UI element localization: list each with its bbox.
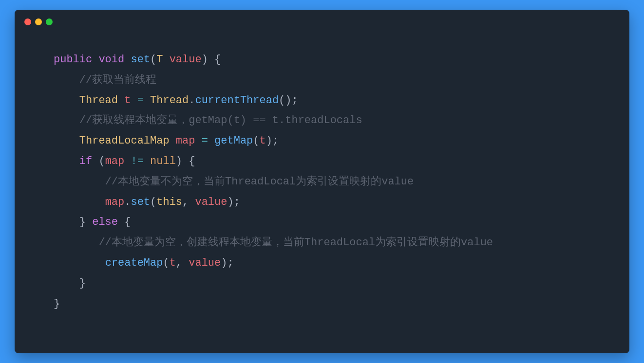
dot: . bbox=[124, 196, 131, 208]
method-createMap: createMap bbox=[105, 257, 163, 269]
method-getMap: getMap bbox=[214, 135, 253, 147]
open-paren: ( bbox=[163, 257, 169, 269]
var-value: value bbox=[195, 196, 227, 208]
var-t: t bbox=[170, 257, 176, 269]
maximize-icon[interactable] bbox=[46, 18, 53, 25]
close-paren-brace: ) { bbox=[202, 54, 221, 66]
keyword-null: null bbox=[150, 155, 176, 167]
type-Thread: Thread bbox=[79, 94, 118, 107]
comment-line: //本地变量不为空，当前ThreadLocal为索引设置映射的value bbox=[105, 176, 414, 188]
var-map: map bbox=[105, 155, 125, 167]
code-window: public void set(T value) { //获取当前线程 Thre… bbox=[15, 10, 629, 353]
window-titlebar bbox=[15, 10, 629, 25]
comment-line: //获取当前线程 bbox=[79, 74, 156, 86]
open-paren: ( bbox=[150, 54, 156, 66]
open-brace: { bbox=[118, 216, 131, 228]
comma: , bbox=[176, 257, 189, 269]
var-t: t bbox=[124, 94, 131, 107]
comma: , bbox=[182, 196, 195, 208]
method-set: set bbox=[131, 196, 150, 208]
code-block: public void set(T value) { //获取当前线程 Thre… bbox=[15, 25, 629, 333]
keyword-public: public bbox=[54, 54, 92, 66]
keyword-else: else bbox=[92, 216, 118, 228]
space bbox=[118, 94, 124, 107]
var-map: map bbox=[105, 196, 125, 208]
param-value: value bbox=[170, 54, 202, 66]
var-value: value bbox=[189, 257, 221, 269]
var-t: t bbox=[260, 135, 266, 147]
space bbox=[163, 54, 169, 66]
method-name-set: set bbox=[131, 54, 150, 66]
close-icon[interactable] bbox=[24, 18, 31, 25]
open-paren: ( bbox=[253, 135, 259, 147]
paren-semi: (); bbox=[279, 94, 298, 107]
dot: . bbox=[189, 94, 195, 107]
class-Thread: Thread bbox=[150, 94, 189, 107]
space bbox=[170, 135, 176, 147]
close-brace: } bbox=[79, 216, 92, 228]
open-paren: ( bbox=[98, 155, 105, 167]
minimize-icon[interactable] bbox=[35, 18, 42, 25]
close-paren-semi: ); bbox=[221, 257, 233, 269]
space bbox=[92, 155, 98, 167]
close-paren-semi: ); bbox=[266, 135, 279, 147]
close-paren-brace: ) { bbox=[176, 155, 195, 167]
method-currentThread: currentThread bbox=[195, 94, 279, 107]
var-map: map bbox=[176, 135, 195, 147]
keyword-void: void bbox=[98, 54, 124, 66]
close-paren-semi: ); bbox=[227, 196, 240, 208]
type-param-T: T bbox=[156, 54, 163, 66]
close-brace: } bbox=[79, 277, 86, 290]
comment-line: //本地变量为空，创建线程本地变量，当前ThreadLocal为索引设置映射的v… bbox=[98, 236, 493, 249]
type-ThreadLocalMap: ThreadLocalMap bbox=[79, 135, 170, 147]
keyword-if: if bbox=[79, 155, 92, 167]
keyword-this: this bbox=[156, 196, 182, 208]
op-assign: = bbox=[195, 135, 214, 147]
comment-line: //获取线程本地变量，getMap(t) == t.threadLocals bbox=[79, 114, 362, 127]
op-neq: != bbox=[124, 155, 150, 167]
op-assign: = bbox=[131, 94, 150, 107]
open-paren: ( bbox=[150, 196, 156, 208]
close-brace: } bbox=[54, 298, 60, 310]
